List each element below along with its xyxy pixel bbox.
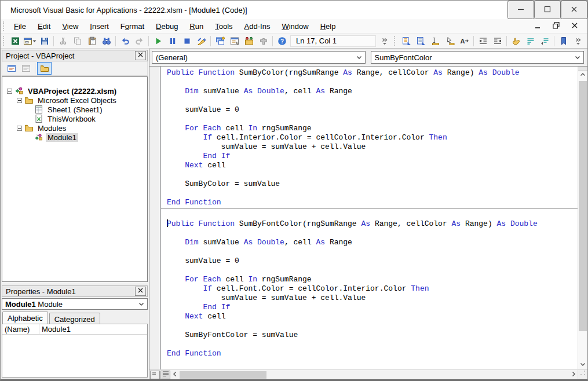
collapse-expander[interactable] <box>7 89 12 94</box>
menu-help[interactable]: Help <box>315 20 342 33</box>
paste-button[interactable] <box>85 35 99 47</box>
menu-add-ins[interactable]: Add-Ins <box>239 20 276 33</box>
full-module-view-button[interactable] <box>160 371 170 379</box>
toolbox-button[interactable] <box>256 35 271 47</box>
design-mode-button[interactable] <box>194 35 209 47</box>
project-tree[interactable]: VBAProject (22222.xlsm)Microsoft Excel O… <box>2 76 148 282</box>
scroll-right-button[interactable] <box>569 371 578 379</box>
copy-button[interactable] <box>70 35 85 47</box>
object-dropdown[interactable]: (General) <box>152 51 366 64</box>
toolbar-overflow-icon <box>574 36 583 46</box>
toolbar-overflow-button[interactable] <box>571 35 585 47</box>
find-icon <box>102 36 111 46</box>
property-value-cell[interactable]: Module1 <box>39 324 147 334</box>
list-constants-button[interactable] <box>414 35 428 47</box>
tab-alphabetic[interactable]: Alphabetic <box>2 312 48 324</box>
properties-window-button[interactable] <box>227 35 242 47</box>
tab-categorized[interactable]: Categorized <box>49 313 100 324</box>
toggle-folders-button[interactable] <box>37 62 52 75</box>
menu-view[interactable]: View <box>56 20 84 33</box>
break-button[interactable] <box>165 35 180 47</box>
minimize-button[interactable] <box>507 1 534 19</box>
comment-block-button[interactable] <box>523 35 538 47</box>
menu-run[interactable]: Run <box>184 20 209 33</box>
reset-button[interactable] <box>180 35 194 47</box>
view-microsoft-excel-button[interactable] <box>8 35 23 47</box>
menu-window[interactable]: Window <box>276 20 314 33</box>
collapse-expander[interactable] <box>17 98 22 103</box>
margin-indicator-bar[interactable] <box>149 67 160 369</box>
maximize-button[interactable] <box>534 1 561 19</box>
tree-item-microsoft-excel-objects[interactable]: Microsoft Excel Objects <box>5 96 147 105</box>
outdent-button[interactable] <box>490 35 505 47</box>
object-selector-combobox[interactable]: Module1 Module <box>2 298 148 310</box>
view-code-button[interactable] <box>4 62 19 75</box>
toggle-breakpoint-button[interactable] <box>509 35 523 47</box>
close-button[interactable] <box>561 1 587 19</box>
svg-text:?: ? <box>280 38 283 45</box>
vertical-scroll-thumb[interactable] <box>579 81 587 331</box>
scroll-left-button[interactable] <box>170 371 179 379</box>
undo-button[interactable] <box>118 35 132 47</box>
code-line: sumValue = 0 <box>167 105 578 115</box>
mdi-close-button[interactable] <box>570 21 579 31</box>
properties-panel-close-button[interactable] <box>135 287 146 296</box>
run-button[interactable] <box>151 35 165 47</box>
project-explorer-button[interactable] <box>213 35 227 47</box>
indent-button[interactable] <box>476 35 490 47</box>
insert-userform-button[interactable] <box>23 35 37 47</box>
resize-grip[interactable] <box>578 369 587 379</box>
menu-file[interactable]: File <box>8 20 32 33</box>
help-icon: ? <box>277 36 287 46</box>
selected-object-name: Module1 <box>5 300 36 309</box>
cut-button[interactable] <box>56 35 70 47</box>
code-editor[interactable]: Public Function SumByColor(rngSumRange A… <box>149 66 587 379</box>
tree-item-modules[interactable]: Modules <box>5 123 147 133</box>
menu-insert[interactable]: Insert <box>84 20 115 33</box>
list-properties-methods-button[interactable] <box>399 35 414 47</box>
procedure-dropdown[interactable]: SumByFontColor <box>371 51 585 64</box>
menu-format[interactable]: Format <box>115 20 150 33</box>
vertical-scrollbar[interactable] <box>578 67 587 369</box>
menu-tools[interactable]: Tools <box>209 20 238 33</box>
parameter-info-button[interactable] <box>443 35 457 47</box>
help-button[interactable]: ? <box>275 35 289 47</box>
code-line: sumValue = 0 <box>167 257 578 266</box>
standard-toolbar-grip[interactable] <box>3 36 6 46</box>
tree-item-vbaproject-22222-xlsm[interactable]: VBAProject (22222.xlsm) <box>5 86 147 96</box>
find-button[interactable] <box>99 35 114 47</box>
toggle-breakpoint-icon <box>512 36 521 46</box>
code-line <box>167 229 578 238</box>
toolbar-separator <box>115 36 116 46</box>
procedure-view-button[interactable] <box>150 371 160 379</box>
uncomment-block-button[interactable] <box>538 35 552 47</box>
redo-button[interactable] <box>132 35 147 47</box>
menu-debug[interactable]: Debug <box>150 20 184 33</box>
collapse-expander[interactable] <box>17 126 22 131</box>
project-panel-close-button[interactable] <box>135 51 146 60</box>
tree-item-sheet1-sheet1[interactable]: Sheet1 (Sheet1) <box>5 105 147 114</box>
quick-info-button[interactable] <box>428 35 443 47</box>
procedure-separator <box>167 207 578 210</box>
complete-word-button[interactable]: A <box>457 35 472 47</box>
mdi-restore-button[interactable] <box>552 21 561 31</box>
object-browser-button[interactable] <box>242 35 256 47</box>
edit-toolbar-grip[interactable] <box>394 36 397 46</box>
menu-edit[interactable]: Edit <box>32 20 56 33</box>
mdi-close-icon <box>570 21 579 32</box>
horizontal-scrollbar[interactable] <box>149 369 578 379</box>
menubar-grip[interactable] <box>3 21 6 31</box>
toolbar-separator <box>53 36 54 46</box>
toolbar-overflow-button[interactable] <box>377 35 392 47</box>
scroll-up-button[interactable] <box>578 71 587 80</box>
horizontal-scroll-thumb[interactable] <box>180 371 266 379</box>
mdi-minimize-button[interactable] <box>533 21 542 31</box>
view-object-button[interactable] <box>19 62 33 75</box>
toggle-bookmark-button[interactable] <box>556 35 571 47</box>
procedure-dropdown-value: SumByFontColor <box>375 53 432 62</box>
tree-item-thisworkbook[interactable]: ThisWorkbook <box>5 114 147 123</box>
code-line: sumValue = sumValue + cell.Value <box>167 142 578 152</box>
tree-item-module1[interactable]: Module1 <box>5 133 147 142</box>
save-button[interactable] <box>37 35 52 47</box>
code-line: Next cell <box>167 161 578 170</box>
